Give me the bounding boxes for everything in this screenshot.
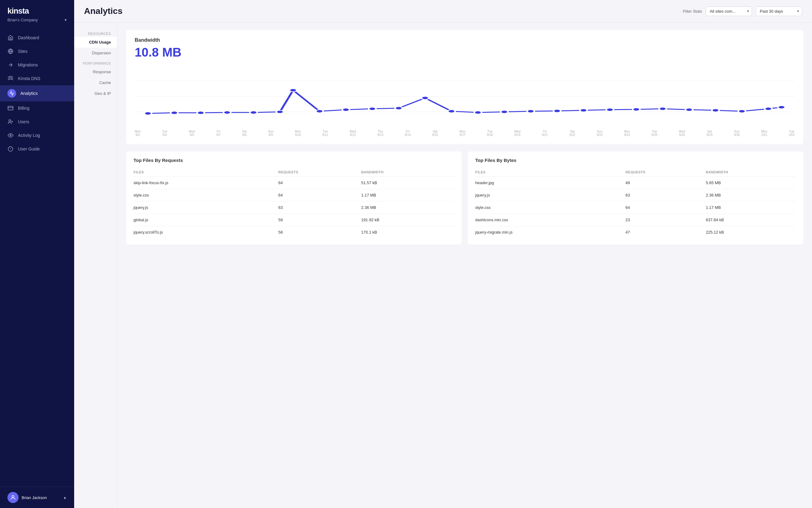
x-label: Sun9/23 [597, 130, 602, 137]
site-filter-wrapper: All sites com... [706, 6, 752, 16]
company-name: Brian's Company [7, 17, 38, 22]
table-row: jquery.js 63 2.36 MB [133, 202, 454, 214]
chart-x-labels: Mon9/3 Tue9/4 Wed9/5 Fri9/7 Sat9/8 Sun9/… [135, 130, 795, 137]
requests-count: 23 [625, 214, 706, 226]
bandwidth-value: 2.36 MB [361, 202, 454, 214]
x-label: Tue9/25 [651, 130, 657, 137]
bandwidth-value: 1.17 MB [361, 189, 454, 202]
billing-icon [7, 105, 13, 111]
requests-count: 64 [279, 189, 361, 202]
col-header-files: FILES [475, 168, 625, 177]
logo: kinsta [7, 6, 67, 16]
top-files-requests-card: Top Files By Requests FILES REQUESTS BAN… [126, 152, 462, 244]
x-label: Sun9/9 [268, 130, 273, 137]
sub-nav-item-response[interactable]: Response [74, 67, 117, 77]
file-name: skip-link-focus-fix.js [133, 177, 279, 189]
svg-point-40 [778, 106, 785, 109]
sidebar-item-migrations[interactable]: Migrations [0, 58, 74, 72]
file-name: header.jpg [475, 177, 625, 189]
col-header-bandwidth: BANDWIDTH [361, 168, 454, 177]
chevron-down-icon: ▾ [65, 17, 67, 22]
site-filter-select[interactable]: All sites com... [706, 6, 752, 16]
period-filter-wrapper: Past 30 days [756, 6, 802, 16]
sidebar-item-label: Migrations [18, 62, 38, 67]
sidebar-item-user-guide[interactable]: User Guide [0, 142, 74, 156]
sidebar-item-dashboard[interactable]: Dashboard [0, 31, 74, 44]
sidebar-item-users[interactable]: Users [0, 115, 74, 129]
svg-point-39 [765, 107, 772, 110]
sidebar-item-analytics[interactable]: Analytics [0, 85, 74, 101]
svg-point-25 [395, 107, 402, 110]
sidebar-item-label: Analytics [20, 91, 38, 96]
svg-point-37 [712, 109, 719, 112]
main-header: Analytics Filter Stats All sites com... … [74, 0, 812, 23]
sub-nav-item-dispersion[interactable]: Dispersion [74, 48, 117, 58]
svg-point-26 [421, 96, 429, 99]
period-filter-select[interactable]: Past 30 days [756, 6, 802, 16]
svg-point-28 [474, 111, 482, 114]
bandwidth-title: Bandwidth [135, 37, 795, 43]
svg-point-27 [448, 110, 455, 113]
requests-count: 59 [279, 214, 361, 226]
globe-icon [7, 48, 13, 54]
bandwidth-chart-container [135, 66, 795, 127]
file-name: jquery.js [133, 202, 279, 214]
page-title: Analytics [84, 6, 123, 16]
requests-count: 63 [279, 202, 361, 214]
x-label: Fri9/21 [542, 130, 548, 137]
x-label: Wed9/26 [679, 130, 685, 137]
svg-point-4 [9, 120, 11, 121]
x-label: Wed9/19 [514, 130, 520, 137]
requests-count: 64 [279, 177, 361, 189]
svg-point-29 [501, 110, 508, 114]
sidebar-item-sites[interactable]: Sites [0, 44, 74, 58]
bandwidth-card: Bandwidth 10.8 MB [126, 30, 803, 144]
analytics-chart-area: Bandwidth 10.8 MB [117, 23, 812, 508]
col-header-requests: REQUESTS [279, 168, 361, 177]
col-header-bandwidth: BANDWIDTH [706, 168, 796, 177]
x-label: Tue9/18 [487, 130, 493, 137]
bandwidth-value: 2.36 MB [706, 189, 796, 202]
table-row: global.js 59 191.92 kB [133, 214, 454, 226]
chevron-up-icon: ▲ [63, 495, 67, 500]
x-label: Fri9/7 [216, 130, 221, 137]
migrations-icon [7, 62, 13, 68]
svg-point-32 [580, 109, 587, 112]
sub-nav-item-geo-ip[interactable]: Geo & IP [74, 88, 117, 99]
sub-nav-section-performance: Performance [74, 58, 117, 67]
requests-count: 64 [625, 202, 706, 214]
file-name: jquery.scrollTo.js [133, 226, 279, 239]
table-row: header.jpg 49 5.65 MB [475, 177, 796, 189]
sub-nav-item-cache[interactable]: Cache [74, 77, 117, 88]
sidebar-item-billing[interactable]: Billing [0, 101, 74, 115]
x-label: Tue10/2 [788, 130, 795, 137]
bandwidth-chart-svg [135, 66, 795, 127]
col-header-files: FILES [133, 168, 279, 177]
table-row: style.css 64 1.17 MB [133, 189, 454, 202]
svg-point-31 [553, 110, 561, 113]
bandwidth-value: 225.12 kB [706, 226, 796, 239]
svg-point-33 [606, 108, 614, 111]
x-label: Tue9/4 [162, 130, 167, 137]
svg-point-24 [369, 107, 376, 110]
x-label: Sat9/15 [432, 130, 438, 137]
requests-count: 47 [625, 226, 706, 239]
sidebar-item-activity-log[interactable]: Activity Log [0, 129, 74, 142]
bandwidth-value: 5.65 MB [706, 177, 796, 189]
x-label: Sat9/29 [707, 130, 713, 137]
x-label: Mon9/24 [624, 130, 630, 137]
x-label: Mon9/3 [135, 130, 140, 137]
company-selector[interactable]: Brian's Company ▾ [7, 17, 67, 22]
avatar [7, 492, 18, 503]
sidebar-item-label: User Guide [18, 146, 40, 152]
bandwidth-value: 1.17 MB [706, 202, 796, 214]
content-area: Resources CDN Usage Dispersion Performan… [74, 23, 812, 508]
x-label: Fri9/14 [405, 130, 411, 137]
x-label: Mon9/17 [460, 130, 465, 137]
sidebar-item-kinsta-dns[interactable]: Kinsta DNS [0, 72, 74, 85]
svg-point-35 [659, 107, 667, 110]
tables-row: Top Files By Requests FILES REQUESTS BAN… [126, 152, 803, 244]
sub-nav-item-cdn-usage[interactable]: CDN Usage [74, 37, 117, 48]
svg-point-19 [250, 111, 257, 114]
x-label: Wed9/5 [189, 130, 195, 137]
